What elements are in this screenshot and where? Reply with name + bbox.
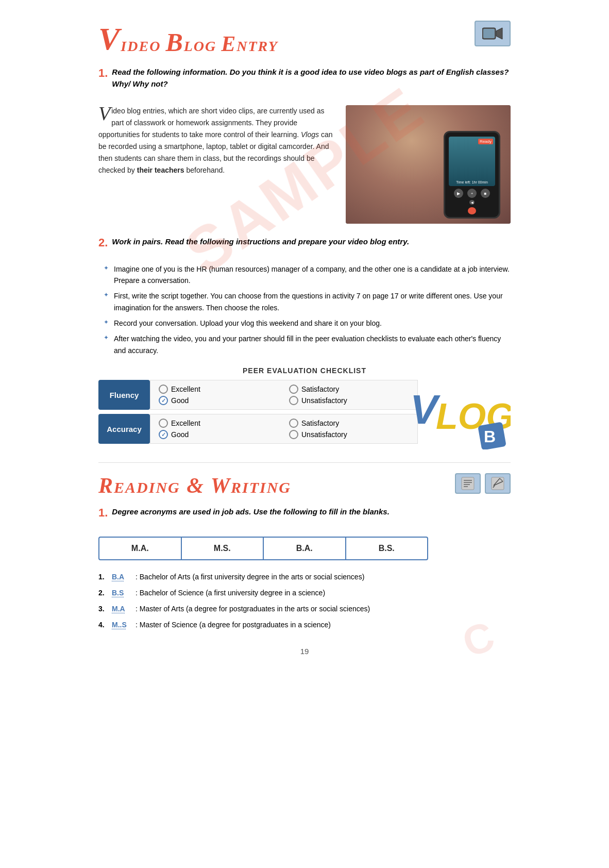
checklist-left: Fluency Excellent Satisfactory Good bbox=[98, 380, 418, 447]
fluency-good-radio[interactable] bbox=[159, 396, 168, 405]
degree-cell-ms: M.S. bbox=[182, 538, 264, 559]
section1-row: 1. Read the following information. Do yo… bbox=[98, 66, 511, 100]
section2-row: 2. Work in pairs. Read the following ins… bbox=[98, 236, 511, 258]
phone-record-btn bbox=[468, 207, 476, 214]
svg-rect-8 bbox=[462, 477, 474, 490]
section2-instruction: Work in pairs. Read the following instru… bbox=[112, 236, 409, 248]
svg-marker-1 bbox=[496, 28, 502, 39]
writing-icon bbox=[485, 473, 511, 494]
fluency-label: Fluency bbox=[98, 380, 150, 410]
phone-time-label: Time left: 1hr 00min bbox=[456, 180, 488, 184]
accuracy-satisfactory-label: Satisfactory bbox=[301, 419, 339, 427]
accuracy-good-label: Good bbox=[171, 430, 189, 439]
svg-text:B: B bbox=[484, 427, 496, 446]
section1-number: 1. bbox=[98, 66, 108, 80]
article-block: V ideo blog entries, which are short vid… bbox=[98, 105, 511, 224]
dropcap-v: V bbox=[98, 105, 110, 122]
watermark-com: C bbox=[459, 608, 521, 672]
phone-controls: ▶ + ■ bbox=[454, 189, 490, 198]
list-item: Record your conversation. Upload your vl… bbox=[104, 318, 511, 329]
page-divider bbox=[98, 462, 511, 463]
checklist-section: PEER EVALUATION CHECKLIST Fluency Excell… bbox=[98, 366, 511, 447]
accuracy-label: Accuracy bbox=[98, 414, 150, 444]
phone-screen: Ready Time left: 1hr 00min bbox=[449, 137, 495, 186]
rw-section1-row: 1. Degree acronyms are used in job ads. … bbox=[98, 506, 511, 528]
accuracy-unsatisfactory-radio[interactable] bbox=[289, 430, 298, 439]
fluency-satisfactory-radio[interactable] bbox=[289, 385, 298, 394]
fill-description-4: : Master of Science (a degree for postgr… bbox=[136, 619, 331, 631]
accuracy-good-radio[interactable] bbox=[159, 430, 168, 439]
accuracy-unsatisfactory[interactable]: Unsatisfactory bbox=[289, 430, 409, 439]
list-item: 3. M.A : Master of Arts (a degree for po… bbox=[98, 603, 511, 615]
svg-text:C: C bbox=[459, 612, 500, 665]
fluency-unsatisfactory-label: Unsatisfactory bbox=[301, 396, 347, 405]
vlog-graphic: V LOG B bbox=[408, 380, 511, 447]
fluency-unsatisfactory-radio[interactable] bbox=[289, 396, 298, 405]
fill-answer-1: B.A bbox=[112, 571, 132, 583]
degree-table: M.A. M.S. B.A. B.S. bbox=[98, 537, 428, 560]
accuracy-good[interactable]: Good bbox=[159, 430, 279, 439]
fill-num-1: 1. bbox=[98, 571, 109, 583]
list-item: 1. B.A : Bachelor of Arts (a first unive… bbox=[98, 571, 511, 583]
fill-answer-4: M..S bbox=[112, 619, 132, 631]
degree-cell-ba: B.A. bbox=[264, 538, 346, 559]
svg-rect-2 bbox=[483, 29, 495, 38]
list-item: Imagine one of you is the HR (human reso… bbox=[104, 263, 511, 287]
fill-description-2: : Bachelor of Science (a first universit… bbox=[136, 587, 325, 599]
fluency-good-label: Good bbox=[171, 396, 189, 405]
fill-num-3: 3. bbox=[98, 603, 109, 615]
checklist-and-vlog: Fluency Excellent Satisfactory Good bbox=[98, 380, 511, 447]
phone-play-btn: ▶ bbox=[454, 189, 463, 198]
degree-cell-ma: M.A. bbox=[99, 538, 182, 559]
section2-number: 2. bbox=[98, 236, 108, 249]
fluency-excellent-radio[interactable] bbox=[159, 385, 168, 394]
checklist-title: PEER EVALUATION CHECKLIST bbox=[98, 366, 511, 375]
accuracy-excellent-radio[interactable] bbox=[159, 419, 168, 428]
fill-list: 1. B.A : Bachelor of Arts (a first unive… bbox=[98, 571, 511, 632]
rw-section1-instruction: Degree acronyms are used in job ads. Use… bbox=[112, 506, 389, 518]
list-item: 2. B.S : Bachelor of Science (a first un… bbox=[98, 587, 511, 599]
list-item: First, write the script together. You ca… bbox=[104, 290, 511, 313]
article-text: V ideo blog entries, which are short vid… bbox=[98, 105, 335, 224]
phone-ready-label: Ready bbox=[478, 139, 493, 144]
reading-writing-title-row: READING & WRITING bbox=[98, 473, 511, 506]
section1-instruction: Read the following information. Do you t… bbox=[112, 66, 511, 90]
phone-back-btn: ◀ bbox=[469, 200, 475, 205]
article-image: Ready Time left: 1hr 00min ▶ + ■ ◀ bbox=[346, 105, 511, 224]
list-item: After watching the video, you and your p… bbox=[104, 333, 511, 356]
reading-writing-title: READING & WRITING bbox=[98, 473, 291, 498]
fluency-good[interactable]: Good bbox=[159, 396, 279, 405]
fill-answer-2: B.S bbox=[112, 587, 132, 599]
rw-section1-number: 1. bbox=[98, 506, 108, 520]
accuracy-options: Excellent Satisfactory Good Unsatis bbox=[150, 414, 418, 444]
main-title: VIDEO BLOG ENTRY bbox=[98, 21, 278, 57]
fluency-row: Fluency Excellent Satisfactory Good bbox=[98, 380, 418, 410]
accuracy-excellent[interactable]: Excellent bbox=[159, 419, 279, 428]
fill-answer-3: M.A bbox=[112, 603, 132, 615]
fluency-excellent-label: Excellent bbox=[171, 385, 200, 393]
page-number: 19 bbox=[98, 647, 511, 656]
fluency-unsatisfactory[interactable]: Unsatisfactory bbox=[289, 396, 409, 405]
accuracy-row: Accuracy Excellent Satisfactory Good bbox=[98, 414, 418, 444]
fluency-options: Excellent Satisfactory Good Unsatis bbox=[150, 380, 418, 410]
accuracy-satisfactory[interactable]: Satisfactory bbox=[289, 419, 409, 428]
accuracy-satisfactory-radio[interactable] bbox=[289, 419, 298, 428]
fill-num-2: 2. bbox=[98, 587, 109, 599]
video-blog-title-section: VIDEO BLOG ENTRY bbox=[98, 21, 511, 57]
section2: 2. Work in pairs. Read the following ins… bbox=[98, 236, 511, 356]
accuracy-unsatisfactory-label: Unsatisfactory bbox=[301, 430, 347, 439]
fill-num-4: 4. bbox=[98, 619, 109, 631]
bullet-list: Imagine one of you is the HR (human reso… bbox=[98, 263, 511, 357]
fluency-satisfactory[interactable]: Satisfactory bbox=[289, 385, 409, 394]
fluency-excellent[interactable]: Excellent bbox=[159, 385, 279, 394]
reading-icon bbox=[455, 473, 481, 494]
fill-description-3: : Master of Arts (a degree for postgradu… bbox=[136, 603, 370, 615]
accuracy-excellent-label: Excellent bbox=[171, 419, 200, 427]
rw-icons bbox=[455, 473, 511, 494]
phone-pause-btn: + bbox=[467, 189, 477, 198]
degree-cell-bs: B.S. bbox=[346, 538, 428, 559]
vlog-svg: V LOG B bbox=[408, 377, 511, 449]
phone-mockup: Ready Time left: 1hr 00min ▶ + ■ ◀ bbox=[444, 131, 500, 219]
video-camera-icon bbox=[475, 21, 511, 46]
fill-description-1: : Bachelor of Arts (a first university d… bbox=[136, 571, 364, 583]
